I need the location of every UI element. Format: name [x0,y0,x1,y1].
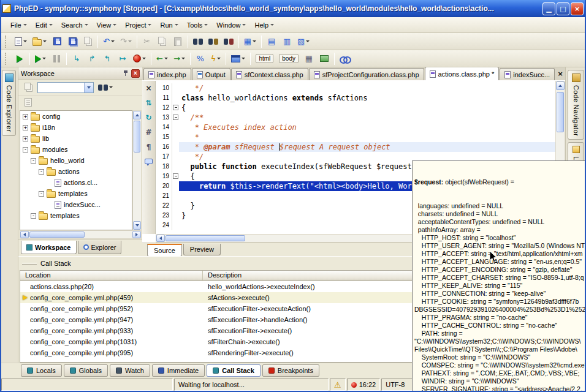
find-button[interactable] [191,35,205,48]
tree-toggle[interactable]: - [31,213,36,219]
code-line[interactable]: 12{ [156,103,555,113]
close-button[interactable]: × [143,83,154,93]
navigate-back-button[interactable]: ← [154,52,170,66]
menu-item-file[interactable]: File [6,19,31,31]
scroll-thumb[interactable] [134,121,140,153]
hyperlink-button[interactable] [337,52,352,66]
code-line[interactable]: 14 * Executes index action [156,123,555,132]
tree-toggle[interactable]: - [39,191,44,197]
tree-horizontal-scrollbar[interactable] [20,230,142,239]
body-tag-button[interactable]: body [276,52,301,66]
stop-button[interactable] [131,52,148,66]
scroll-left-button[interactable] [20,231,29,238]
column-location[interactable]: Location [20,271,203,281]
code-explorer-tab[interactable]: Code Explorer [2,70,16,136]
line-number[interactable]: 17 [156,152,172,162]
scroll-up-button[interactable] [556,81,565,90]
save-all-button[interactable] [65,35,80,48]
tree-item-actions[interactable]: -actions [20,166,132,177]
code-line[interactable]: 13 /** [156,113,555,123]
close-button[interactable]: × [571,2,584,15]
run-debugger-button[interactable] [32,52,48,66]
replace-button[interactable] [221,35,236,48]
maximize-button[interactable]: □ [557,2,569,15]
navigate-forward-button[interactable]: → [171,52,188,66]
step-out-button[interactable]: ↰ [100,52,115,66]
tree-toggle[interactable]: + [23,125,28,130]
editor-tab[interactable]: index.php [143,68,191,80]
tree-toggle[interactable]: + [23,114,28,119]
tab-watch[interactable]: Watch [110,364,150,377]
editor-tab[interactable]: sfContext.class.php [231,68,308,80]
run-to-cursor-button[interactable]: ↦ [115,52,130,66]
workspace-filter-combo[interactable] [37,82,94,93]
scroll-thumb[interactable] [166,235,245,241]
split-vertical-button[interactable]: ▥ [280,35,294,48]
find-in-files-button[interactable] [206,35,221,48]
step-over-button[interactable]: ↱ [85,52,99,66]
tree-toggle[interactable]: - [31,158,36,164]
code-line[interactable]: 11class hello_worldActions extends sfAct… [156,93,555,103]
tab-preview[interactable]: Preview [183,244,221,255]
line-number[interactable]: 15 [156,132,172,142]
workspace-find-button[interactable] [96,81,115,94]
editor-tab[interactable]: actions.class.php * [425,67,500,80]
menu-item-tools[interactable]: Tools [183,19,213,31]
tree-item-actions-cl-[interactable]: actions.cl... [20,177,132,188]
code-line[interactable]: 15 * [156,132,555,142]
line-number[interactable]: 19 [156,172,172,181]
line-number[interactable]: 18 [156,162,172,172]
tree-toggle[interactable]: + [23,136,28,141]
browser-preview-button[interactable] [229,52,248,66]
line-number[interactable]: 20 [156,181,172,191]
comment-bubble-button[interactable] [143,156,154,167]
undo-button[interactable]: ↶ [101,35,117,48]
menu-item-project[interactable]: Project [121,19,156,31]
scroll-thumb[interactable] [557,92,564,132]
tree-toggle[interactable]: - [23,147,28,153]
code-navigator-tab[interactable]: Code Navigator [568,70,584,140]
code-line[interactable]: 16 * @param sfRequest $request A request… [156,142,555,152]
tree-item-templates[interactable]: -templates [20,210,132,221]
fold-toggle[interactable] [173,173,178,179]
line-number[interactable]: 23 [156,211,172,221]
tab-workspace[interactable]: Workspace [21,241,77,254]
tree-item-i18n[interactable]: +i18n [20,122,132,133]
split-horizontal-button[interactable]: ▤ [264,35,279,48]
minimize-button[interactable]: ▁ [542,2,555,15]
line-number[interactable]: 11 [156,93,172,103]
tree-item-lib[interactable]: +lib [20,133,132,144]
pilcrow-button[interactable]: ¶ [143,141,154,152]
line-number[interactable]: 12 [156,103,172,113]
tab-source[interactable]: Source [147,244,182,257]
code-line[interactable]: 10 */ [156,83,555,93]
tree-item-indexSucc-[interactable]: indexSucc... [20,199,132,210]
profiler-button[interactable]: % [193,52,208,66]
line-number[interactable]: 14 [156,123,172,132]
tree-item-hello-world[interactable]: -hello_world [20,155,132,166]
hash-button[interactable]: # [143,127,154,137]
editor-tab[interactable]: sfProjectConfiguration.class.php [309,68,424,80]
menu-item-window[interactable]: Window [212,19,250,31]
run-button[interactable] [12,52,27,66]
window-list-button[interactable]: ▧ [295,35,312,48]
open-file-button[interactable] [30,35,49,48]
insert-image-button[interactable] [317,52,332,66]
tab-immediate[interactable]: Immediate [152,364,205,377]
line-number[interactable]: 10 [156,83,172,93]
line-number[interactable]: 16 [156,142,172,152]
tree-toggle[interactable]: - [39,169,44,175]
tools-button[interactable]: ϟ [208,52,224,66]
title-bar[interactable]: PhpED - sympfony::symphony [Stopped] - [… [0,0,586,17]
line-number[interactable]: 21 [156,191,172,201]
fold-toggle[interactable] [173,115,178,120]
html-tag-button[interactable]: html [253,52,276,66]
combo-dropdown-button[interactable] [84,83,93,92]
tab-explorer[interactable]: Explorer [78,241,122,254]
menu-item-edit[interactable]: Edit [31,19,57,31]
tab-globals[interactable]: Globals [64,364,108,377]
editor-tab[interactable]: indexSucc... [500,68,555,80]
tree-item-config[interactable]: +config [20,111,132,122]
updown-arrows-button[interactable]: ⇅ [143,97,154,108]
editor-tab[interactable]: Output [192,68,230,80]
